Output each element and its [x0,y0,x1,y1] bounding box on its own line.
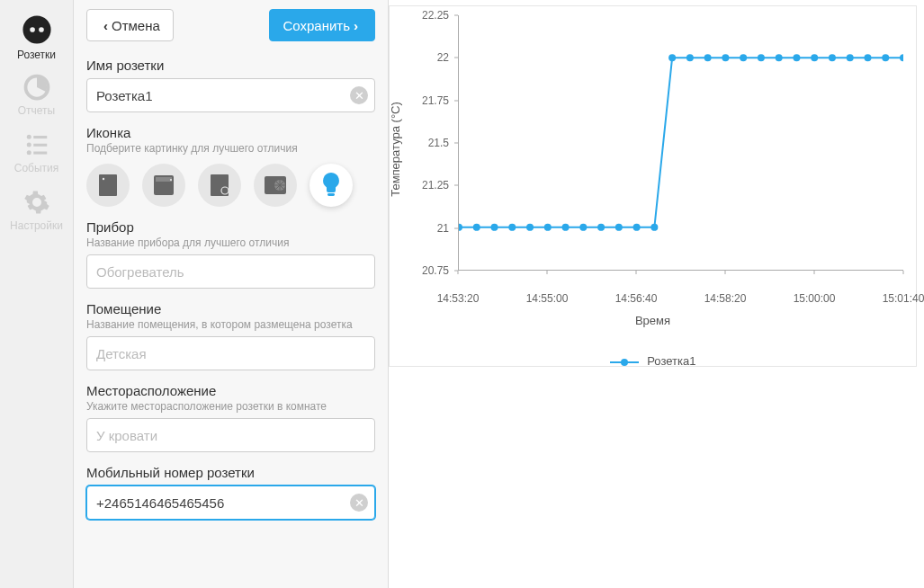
field-device: Прибор Название прибора для лучшего отли… [86,219,375,289]
y-tick-label: 21 [395,222,449,235]
chart-legend: Розетка1 [390,354,916,368]
icon-choice-1[interactable] [142,164,185,207]
chevron-right-icon: › [354,18,358,33]
x-tick-label: 14:53:20 [437,292,480,305]
svg-point-28 [597,224,605,231]
device-label: Прибор [86,219,375,235]
field-name: Имя розетки ✕ [86,58,375,112]
x-tick-label: 14:55:00 [526,292,569,305]
icon-choice-4[interactable] [309,164,353,207]
chart-box: Температура (°C) 20.752121.2521.521.7522… [389,5,917,367]
svg-point-2 [39,27,44,32]
svg-point-26 [562,224,570,231]
clear-phone-button[interactable]: ✕ [350,494,368,512]
name-input[interactable] [86,78,375,112]
svg-point-36 [740,54,747,61]
y-tick-label: 21.5 [395,137,449,149]
room-help: Название помещения, в котором размещена … [86,318,375,331]
svg-point-38 [776,54,783,61]
svg-point-42 [847,54,854,61]
phone-input[interactable] [86,486,375,520]
svg-point-23 [508,224,516,231]
icon-choice-2[interactable] [198,164,241,207]
icon-picker [86,164,375,207]
device-fan-icon [264,175,287,195]
y-tick-label: 21.25 [395,179,449,192]
phone-label: Мобильный номер розетки [86,465,375,480]
svg-point-1 [30,27,35,32]
events-icon [23,131,50,158]
legend-swatch [610,359,639,366]
nav-item-reports[interactable]: Отчеты [0,67,73,124]
svg-point-11 [103,178,104,180]
device-help: Название прибора для лучшего отличия [86,236,375,249]
location-input[interactable] [86,418,375,452]
svg-rect-10 [99,174,117,196]
svg-rect-7 [33,144,47,147]
chart-panel: Температура (°C) 20.752121.2521.521.7522… [389,0,924,588]
svg-rect-19 [327,193,335,196]
sidebar: Розетки Отчеты События Настройки [0,0,74,588]
svg-point-32 [668,54,676,61]
field-room: Помещение Название помещения, в котором … [86,301,375,370]
reports-icon [23,74,50,101]
y-tick-label: 22 [395,51,449,64]
svg-point-24 [526,224,534,231]
field-phone: Мобильный номер розетки ✕ [86,465,375,520]
svg-point-27 [579,224,587,231]
clear-name-button[interactable]: ✕ [350,86,368,104]
svg-point-20 [459,224,462,231]
field-location: Месторасположение Укажите месторасположе… [86,383,375,452]
svg-point-44 [882,54,889,61]
svg-point-0 [22,15,50,43]
x-tick-label: 14:58:20 [704,292,747,305]
nav-label: Розетки [17,49,56,61]
device-disc-icon [209,173,230,198]
nav-label: Настройки [10,219,63,232]
device-input[interactable] [86,254,375,289]
svg-point-4 [26,135,31,139]
nav-item-settings[interactable]: Настройки [0,182,73,239]
x-tick-label: 15:01:40 [883,292,924,305]
svg-point-40 [811,54,818,61]
cancel-label: Отмена [112,18,160,33]
svg-point-21 [473,224,480,231]
svg-point-39 [793,54,800,61]
nav-item-events[interactable]: События [0,124,73,182]
svg-point-43 [864,54,871,61]
legend-label: Розетка1 [647,354,695,368]
form-panel: ‹ Отмена Сохранить › Имя розетки ✕ Иконк… [74,0,389,588]
nav-item-sockets[interactable]: Розетки [0,9,73,67]
bulb-icon [321,172,341,199]
svg-rect-13 [156,177,172,182]
svg-point-37 [758,54,765,61]
plot-area[interactable] [458,15,903,271]
y-tick-label: 21.75 [395,94,449,107]
cancel-button[interactable]: ‹ Отмена [86,9,174,41]
socket-icon [22,14,52,45]
room-label: Помещение [86,301,375,316]
chart-series [459,15,903,270]
svg-point-14 [170,179,172,181]
y-tick-label: 20.75 [395,264,449,277]
svg-point-6 [26,143,31,147]
x-tick-label: 15:00:00 [794,292,836,305]
save-button[interactable]: Сохранить › [269,9,375,41]
svg-rect-5 [33,136,47,138]
svg-point-8 [26,150,31,155]
x-axis-label: Время [390,314,916,327]
svg-point-34 [704,54,712,61]
icon-choice-3[interactable] [254,164,297,207]
svg-point-30 [633,224,641,231]
nav-label: События [14,162,59,174]
icon-choice-0[interactable] [86,164,130,207]
svg-point-31 [650,224,658,231]
device-rect-icon [97,173,119,198]
x-tick-label: 14:56:40 [615,292,658,305]
device-box-icon [152,174,175,197]
room-input[interactable] [86,336,375,370]
svg-point-35 [722,54,729,61]
y-tick-label: 22.25 [395,9,449,22]
chart-plot: Температура (°C) 20.752121.2521.521.7522… [442,10,907,289]
svg-point-29 [615,224,623,231]
